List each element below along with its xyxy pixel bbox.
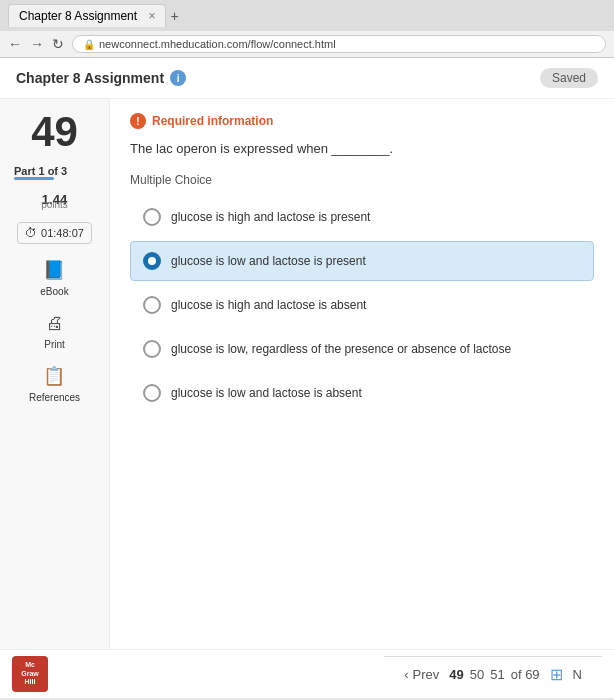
print-label: Print — [44, 339, 65, 350]
page-numbers: 49 50 51 of 69 — [449, 667, 539, 682]
of-total: of 69 — [511, 667, 540, 682]
timer-box: ⏱ 01:48:07 — [17, 222, 92, 244]
mcgrawhill-logo: Mc Graw Hill — [12, 656, 48, 692]
part-label: Part 1 of 3 — [14, 165, 101, 177]
question-text: The lac operon is expressed when _______… — [130, 139, 594, 159]
url-text: newconnect.mheducation.com/flow/connect.… — [99, 38, 336, 50]
saved-badge: Saved — [540, 68, 598, 88]
footer-wrapper: Mc Graw Hill ‹ Prev 49 50 51 of 69 ⊞ N — [0, 649, 614, 698]
page-header: Chapter 8 Assignment i Saved — [0, 58, 614, 99]
tab-close-icon[interactable]: × — [148, 9, 155, 23]
radio-inner-2 — [148, 257, 156, 265]
answer-option-2[interactable]: glucose is low and lactose is present — [130, 241, 594, 281]
radio-2[interactable] — [143, 252, 161, 270]
radio-3[interactable] — [143, 296, 161, 314]
radio-5[interactable] — [143, 384, 161, 402]
timer-icon: ⏱ — [25, 226, 37, 240]
answer-option-4[interactable]: glucose is low, regardless of the presen… — [130, 329, 594, 369]
references-label: References — [29, 392, 80, 403]
option-text-3: glucose is high and lactose is absent — [171, 298, 366, 312]
forward-button[interactable]: → — [30, 36, 44, 52]
prev-arrow-icon: ‹ — [404, 667, 408, 682]
references-icon: 📋 — [40, 362, 68, 390]
question-number: 49 — [31, 111, 78, 153]
tab-title: Chapter 8 Assignment — [19, 9, 137, 23]
page-title: Chapter 8 Assignment — [16, 70, 164, 86]
new-tab-button[interactable]: + — [170, 8, 178, 24]
prev-label: Prev — [413, 667, 440, 682]
required-text: Required information — [152, 114, 273, 128]
address-bar[interactable]: 🔒 newconnect.mheducation.com/flow/connec… — [72, 35, 606, 53]
part-indicator — [14, 177, 54, 180]
lock-icon: 🔒 — [83, 39, 95, 50]
answer-options: glucose is high and lactose is present g… — [130, 197, 594, 413]
next-button[interactable]: N — [573, 667, 582, 682]
answer-option-3[interactable]: glucose is high and lactose is absent — [130, 285, 594, 325]
option-text-5: glucose is low and lactose is absent — [171, 386, 362, 400]
prev-button[interactable]: ‹ Prev — [404, 667, 439, 682]
info-icon[interactable]: i — [170, 70, 186, 86]
ebook-tool[interactable]: 📘 eBook — [40, 256, 68, 297]
page-current[interactable]: 49 — [449, 667, 463, 682]
answer-option-1[interactable]: glucose is high and lactose is present — [130, 197, 594, 237]
content-area: ! Required information The lac operon is… — [110, 99, 614, 649]
references-tool[interactable]: 📋 References — [29, 362, 80, 403]
required-banner: ! Required information — [130, 113, 594, 129]
question-body: The lac operon is expressed when _______… — [130, 141, 393, 156]
print-tool[interactable]: 🖨 Print — [41, 309, 69, 350]
browser-tab[interactable]: Chapter 8 Assignment × — [8, 4, 166, 27]
option-text-4: glucose is low, regardless of the presen… — [171, 342, 511, 356]
footer-nav: ‹ Prev 49 50 51 of 69 ⊞ N — [384, 656, 602, 692]
left-sidebar: 49 Part 1 of 3 1.44 points ⏱ 01:48:07 📘 … — [0, 99, 110, 649]
required-dot: ! — [130, 113, 146, 129]
page-next-1[interactable]: 50 — [470, 667, 484, 682]
back-button[interactable]: ← — [8, 36, 22, 52]
points-label: points — [41, 199, 68, 210]
radio-1[interactable] — [143, 208, 161, 226]
multiple-choice-label: Multiple Choice — [130, 173, 594, 187]
option-text-2: glucose is low and lactose is present — [171, 254, 366, 268]
ebook-icon: 📘 — [40, 256, 68, 284]
option-text-1: glucose is high and lactose is present — [171, 210, 370, 224]
answer-option-5[interactable]: glucose is low and lactose is absent — [130, 373, 594, 413]
timer-value: 01:48:07 — [41, 227, 84, 239]
page-next-2[interactable]: 51 — [490, 667, 504, 682]
ebook-label: eBook — [40, 286, 68, 297]
print-icon: 🖨 — [41, 309, 69, 337]
radio-4[interactable] — [143, 340, 161, 358]
grid-icon[interactable]: ⊞ — [550, 665, 563, 684]
refresh-button[interactable]: ↻ — [52, 36, 64, 52]
